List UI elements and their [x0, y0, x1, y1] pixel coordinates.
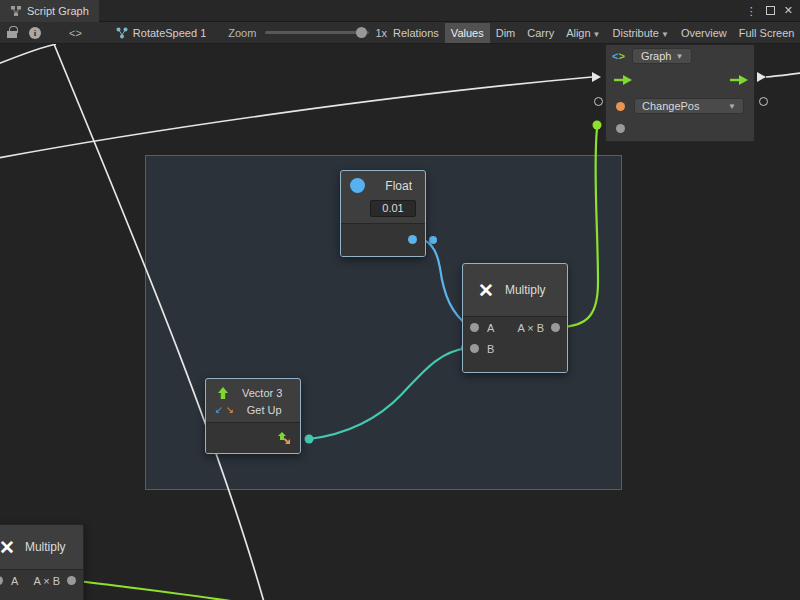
- multiply-input-b-port[interactable]: [470, 344, 479, 353]
- port-out-label: A × B: [517, 322, 544, 334]
- float-value-input[interactable]: 0.01: [370, 200, 416, 217]
- graph-breadcrumb[interactable]: RotateSpeed 1: [116, 27, 206, 39]
- value-port-ring-right[interactable]: [759, 97, 768, 106]
- white-flow-in-arrow[interactable]: [592, 72, 601, 82]
- white-flow-out-arrow[interactable]: [757, 72, 766, 82]
- toolbar-button-values[interactable]: Values: [445, 23, 490, 43]
- multiply-node-title: Multiply: [505, 283, 546, 297]
- float-node-title: Float: [385, 179, 412, 193]
- zoom-label: Zoom: [228, 27, 256, 39]
- toolbar-button-overview[interactable]: Overview: [675, 23, 733, 43]
- port-a-label: A: [11, 575, 18, 587]
- multiply-node-body: A A × B B: [463, 317, 567, 372]
- lock-icon[interactable]: [7, 31, 17, 38]
- multiply2-node-body: A A × B: [0, 570, 83, 600]
- zoom-slider[interactable]: [265, 31, 369, 34]
- unit-row: ChangePos ▼: [606, 93, 754, 119]
- code-icon[interactable]: <>: [69, 27, 82, 39]
- graph-dropdown-button[interactable]: Graph ▼: [632, 48, 693, 64]
- multiply-icon: ✕: [478, 281, 494, 300]
- multiply-node-header: ✕ Multiply: [463, 264, 567, 316]
- chevron-down-icon: ▼: [661, 30, 669, 39]
- vector3-up-arrow-icon: [217, 386, 229, 400]
- titlebar: Script Graph ⋮ ✕: [0, 0, 800, 22]
- float-output-port[interactable]: [408, 235, 417, 244]
- tab-title: Script Graph: [27, 5, 89, 17]
- port-row-b: B: [463, 338, 567, 359]
- toolbar-button-distribute[interactable]: Distribute▼: [607, 23, 675, 43]
- breadcrumb-label: RotateSpeed 1: [133, 27, 206, 39]
- toolbar-button-relations[interactable]: Relations: [387, 23, 445, 43]
- vector-node-subtitle: Get Up: [247, 404, 282, 416]
- float-node-header: Float: [341, 171, 425, 200]
- changepos-input-port[interactable]: [616, 102, 625, 111]
- changepos-dropdown[interactable]: ChangePos ▼: [634, 98, 744, 114]
- window-controls: ⋮ ✕: [746, 4, 800, 17]
- script-graph-window: Script Graph ⋮ ✕ i <> RotateSpeed 1 Zoom…: [0, 0, 800, 600]
- vector3-port-icon: [277, 431, 291, 445]
- node-multiply[interactable]: ✕ Multiply A A × B B: [462, 263, 568, 373]
- vector-subtitle-line: ↙ ↘ Get Up: [206, 401, 300, 418]
- vector-title-line: Vector 3: [206, 384, 300, 401]
- port-row-a: A A × B: [0, 570, 83, 591]
- script-graph-icon: [10, 5, 22, 17]
- multiply2-node-title: Multiply: [25, 540, 66, 554]
- toolbar-button-align[interactable]: Align▼: [560, 23, 606, 43]
- extra-input-port[interactable]: [616, 124, 625, 133]
- node-multiply-2[interactable]: ✕ Multiply A A × B: [0, 524, 84, 600]
- multiply2-node-header: ✕ Multiply: [0, 525, 83, 569]
- port-row-a: A A × B: [463, 317, 567, 338]
- value-port-ring-left[interactable]: [594, 97, 603, 106]
- extra-port-row: [606, 119, 754, 141]
- vector-node-title: Vector 3: [242, 387, 282, 399]
- float-node-body: [341, 224, 425, 256]
- zoom-slider-handle[interactable]: [356, 27, 367, 38]
- multiply-input-a-port[interactable]: [470, 323, 479, 332]
- port-b-label: B: [487, 343, 494, 355]
- toolbar-button-dim[interactable]: Dim: [490, 23, 522, 43]
- graph-asset-icon: [116, 27, 128, 39]
- tab-script-graph[interactable]: Script Graph: [0, 0, 99, 22]
- graph-inspector-panel: <> Graph ▼ ChangePos ▼: [605, 44, 755, 142]
- flow-output-arrow-icon[interactable]: [730, 75, 748, 85]
- zoom-value: 1x: [375, 27, 387, 39]
- node-float[interactable]: Float 0.01: [340, 170, 426, 257]
- arrow-down-left-icon: ↙: [215, 404, 223, 415]
- toolbar-button-full-screen[interactable]: Full Screen: [733, 23, 800, 43]
- chevron-down-icon: ▼: [593, 30, 601, 39]
- chevron-down-icon: ▼: [675, 52, 683, 61]
- info-icon[interactable]: i: [29, 27, 41, 39]
- multiply-icon: ✕: [0, 538, 15, 557]
- vector3-output-port[interactable]: [277, 431, 291, 448]
- vector-node-header: Vector 3 ↙ ↘ Get Up: [206, 379, 300, 422]
- multiply2-output-port[interactable]: [67, 576, 76, 585]
- vector-node-body: [206, 423, 300, 453]
- arrow-down-right-icon: ↘: [225, 404, 233, 415]
- visual-scripting-icon: <>: [612, 50, 625, 62]
- flow-input-arrow-icon[interactable]: [614, 75, 632, 85]
- port-a-label: A: [487, 322, 494, 334]
- control-flow-row: [606, 67, 754, 93]
- maximize-icon[interactable]: [766, 6, 775, 15]
- port-out-label: A × B: [33, 575, 60, 587]
- toolbar: i <> RotateSpeed 1 Zoom 1x Relations Val…: [0, 22, 800, 44]
- inspector-header: <> Graph ▼: [606, 45, 754, 67]
- node-vector3-get-up[interactable]: Vector 3 ↙ ↘ Get Up: [205, 378, 301, 454]
- kebab-menu-icon[interactable]: ⋮: [746, 6, 757, 16]
- multiply2-input-a-port[interactable]: [0, 576, 3, 585]
- multiply-output-port[interactable]: [551, 323, 560, 332]
- float-type-icon: [350, 178, 365, 193]
- chevron-down-icon: ▼: [728, 102, 736, 111]
- close-icon[interactable]: ✕: [784, 4, 793, 17]
- toolbar-button-carry[interactable]: Carry: [521, 23, 560, 43]
